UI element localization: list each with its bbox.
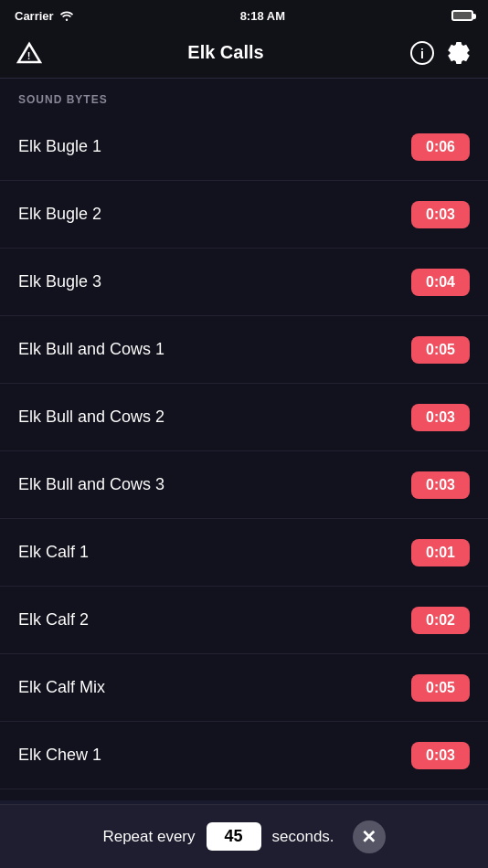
- duration-badge: 0:06: [411, 133, 470, 161]
- duration-badge: 0:03: [411, 201, 470, 228]
- duration-badge: 0:05: [411, 336, 470, 364]
- sound-item[interactable]: Elk Bugle 10:06: [0, 113, 488, 181]
- duration-badge: 0:02: [411, 607, 470, 634]
- status-right: [451, 10, 473, 21]
- nav-title: Elk Calls: [187, 42, 263, 63]
- sound-item[interactable]: Elk Bull and Cows 20:03: [0, 384, 488, 451]
- warning-icon: !: [16, 40, 42, 66]
- duration-badge: 0:03: [411, 742, 470, 769]
- sound-item[interactable]: Elk Calf Mix0:05: [0, 654, 488, 722]
- section-header: SOUND BYTES: [0, 79, 488, 113]
- nav-bar: ! Elk Calls i: [0, 27, 488, 79]
- sound-item[interactable]: Elk Chew 10:03: [0, 722, 488, 789]
- sound-name: Elk Bull and Cows 1: [18, 340, 164, 359]
- sound-item[interactable]: Elk Bull and Cows 10:05: [0, 316, 488, 384]
- duration-badge: 0:03: [411, 404, 470, 431]
- bottom-bar: Repeat every seconds. ✕: [0, 804, 488, 868]
- duration-badge: 0:03: [411, 471, 470, 499]
- svg-text:i: i: [420, 47, 424, 61]
- close-icon: ✕: [361, 828, 377, 846]
- sound-item[interactable]: Elk Bull and Cows 30:03: [0, 451, 488, 519]
- warning-button[interactable]: !: [16, 40, 42, 66]
- sound-name: Elk Chew 1: [18, 746, 101, 765]
- duration-badge: 0:01: [411, 539, 470, 566]
- duration-badge: 0:04: [411, 269, 470, 296]
- gear-icon: [446, 40, 472, 66]
- status-bar: Carrier 8:18 AM: [0, 0, 488, 27]
- repeat-label: Repeat every: [102, 828, 195, 846]
- seconds-label: seconds.: [272, 828, 334, 846]
- status-time: 8:18 AM: [240, 9, 285, 23]
- info-button[interactable]: i: [409, 40, 435, 66]
- sound-item[interactable]: Elk Calf 20:02: [0, 587, 488, 654]
- carrier-label: Carrier: [15, 9, 54, 23]
- sound-item[interactable]: Elk Bugle 30:04: [0, 249, 488, 316]
- sound-name: Elk Calf 1: [18, 543, 89, 562]
- close-button[interactable]: ✕: [353, 820, 386, 853]
- sound-name: Elk Calf Mix: [18, 678, 105, 697]
- sound-name: Elk Bull and Cows 3: [18, 475, 164, 494]
- sound-name: Elk Calf 2: [18, 610, 89, 630]
- sound-name: Elk Bugle 3: [18, 272, 101, 291]
- wifi-icon: [59, 10, 74, 21]
- sound-name: Elk Bull and Cows 2: [18, 408, 164, 427]
- battery-icon: [451, 10, 473, 21]
- duration-badge: 0:05: [411, 674, 470, 702]
- sound-list: Elk Bugle 10:06Elk Bugle 20:03Elk Bugle …: [0, 113, 488, 800]
- settings-button[interactable]: [446, 40, 472, 66]
- repeat-value-input[interactable]: [207, 822, 261, 851]
- info-icon: i: [409, 40, 435, 66]
- svg-text:!: !: [27, 50, 31, 61]
- status-left: Carrier: [15, 9, 74, 23]
- sound-item[interactable]: Elk Calf 10:01: [0, 519, 488, 587]
- sound-name: Elk Bugle 1: [18, 137, 101, 156]
- sound-item[interactable]: Elk Bugle 20:03: [0, 181, 488, 249]
- sound-name: Elk Bugle 2: [18, 205, 101, 224]
